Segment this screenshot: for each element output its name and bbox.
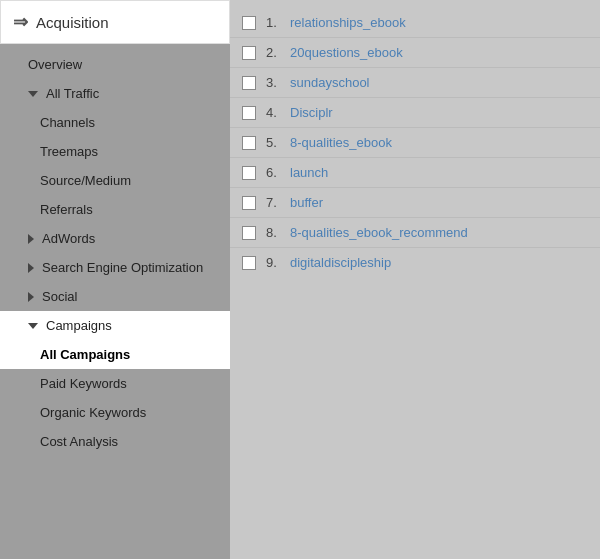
- row-link[interactable]: 8-qualities_ebook: [290, 135, 392, 150]
- table-row: 1.relationships_ebook: [230, 8, 600, 38]
- row-number: 7.: [266, 195, 290, 210]
- row-number: 1.: [266, 15, 290, 30]
- sidebar-item-treemaps[interactable]: Treemaps: [0, 137, 230, 166]
- row-checkbox[interactable]: [242, 16, 256, 30]
- table-row: 9.digitaldiscipleship: [230, 248, 600, 277]
- sidebar-item-paid-keywords[interactable]: Paid Keywords: [0, 369, 230, 398]
- sidebar-item-campaigns[interactable]: Campaigns: [0, 311, 230, 340]
- sidebar-item-overview[interactable]: Overview: [0, 50, 230, 79]
- sidebar-item-social-label: Social: [42, 289, 77, 304]
- sidebar-item-all-traffic-label: All Traffic: [46, 86, 99, 101]
- row-number: 9.: [266, 255, 290, 270]
- table-row: 3.sundayschool: [230, 68, 600, 98]
- row-number: 8.: [266, 225, 290, 240]
- row-checkbox[interactable]: [242, 226, 256, 240]
- table-row: 8.8-qualities_ebook_recommend: [230, 218, 600, 248]
- row-link[interactable]: sundayschool: [290, 75, 370, 90]
- sidebar-item-referrals-label: Referrals: [40, 202, 93, 217]
- sidebar-title: Acquisition: [36, 14, 109, 31]
- sidebar-item-channels-label: Channels: [40, 115, 95, 130]
- sidebar-item-overview-label: Overview: [28, 57, 82, 72]
- chevron-right-icon: [28, 292, 34, 302]
- sidebar-item-adwords-label: AdWords: [42, 231, 95, 246]
- table-row: 2.20questions_ebook: [230, 38, 600, 68]
- sidebar-item-seo[interactable]: Search Engine Optimization: [0, 253, 230, 282]
- row-checkbox[interactable]: [242, 76, 256, 90]
- row-checkbox[interactable]: [242, 256, 256, 270]
- row-link[interactable]: relationships_ebook: [290, 15, 406, 30]
- sidebar-item-all-campaigns[interactable]: All Campaigns: [0, 340, 230, 369]
- table-row: 5.8-qualities_ebook: [230, 128, 600, 158]
- chevron-down-icon: [28, 91, 38, 97]
- table-row: 6.launch: [230, 158, 600, 188]
- sidebar-header: ⇒ Acquisition: [0, 0, 230, 44]
- chevron-right-icon: [28, 263, 34, 273]
- row-checkbox[interactable]: [242, 136, 256, 150]
- row-link[interactable]: Disciplr: [290, 105, 333, 120]
- sidebar-item-cost-analysis-label: Cost Analysis: [40, 434, 118, 449]
- chevron-down-icon: [28, 323, 38, 329]
- sidebar-item-organic-keywords-label: Organic Keywords: [40, 405, 146, 420]
- table-row: 7.buffer: [230, 188, 600, 218]
- chevron-right-icon: [28, 234, 34, 244]
- row-number: 6.: [266, 165, 290, 180]
- sidebar-item-organic-keywords[interactable]: Organic Keywords: [0, 398, 230, 427]
- sidebar-item-social[interactable]: Social: [0, 282, 230, 311]
- row-checkbox[interactable]: [242, 196, 256, 210]
- list-area: 1.relationships_ebook2.20questions_ebook…: [230, 0, 600, 285]
- sidebar-item-all-traffic[interactable]: All Traffic: [0, 79, 230, 108]
- row-number: 4.: [266, 105, 290, 120]
- row-number: 2.: [266, 45, 290, 60]
- row-link[interactable]: launch: [290, 165, 328, 180]
- row-link[interactable]: 8-qualities_ebook_recommend: [290, 225, 468, 240]
- sidebar-item-all-campaigns-label: All Campaigns: [40, 347, 130, 362]
- row-link[interactable]: 20questions_ebook: [290, 45, 403, 60]
- sidebar-item-cost-analysis[interactable]: Cost Analysis: [0, 427, 230, 456]
- row-checkbox[interactable]: [242, 46, 256, 60]
- sidebar-item-referrals[interactable]: Referrals: [0, 195, 230, 224]
- row-link[interactable]: buffer: [290, 195, 323, 210]
- row-checkbox[interactable]: [242, 166, 256, 180]
- row-number: 5.: [266, 135, 290, 150]
- table-row: 4.Disciplr: [230, 98, 600, 128]
- row-link[interactable]: digitaldiscipleship: [290, 255, 391, 270]
- sidebar-nav: Overview All Traffic Channels Treemaps S…: [0, 44, 230, 559]
- sidebar-item-treemaps-label: Treemaps: [40, 144, 98, 159]
- sidebar-item-campaigns-label: Campaigns: [46, 318, 112, 333]
- sidebar-item-source-medium-label: Source/Medium: [40, 173, 131, 188]
- sidebar-item-adwords[interactable]: AdWords: [0, 224, 230, 253]
- acquisition-icon: ⇒: [13, 11, 28, 33]
- sidebar-item-seo-label: Search Engine Optimization: [42, 260, 203, 275]
- sidebar: ⇒ Acquisition Overview All Traffic Chann…: [0, 0, 230, 559]
- row-number: 3.: [266, 75, 290, 90]
- row-checkbox[interactable]: [242, 106, 256, 120]
- sidebar-item-source-medium[interactable]: Source/Medium: [0, 166, 230, 195]
- sidebar-item-paid-keywords-label: Paid Keywords: [40, 376, 127, 391]
- main-content: 1.relationships_ebook2.20questions_ebook…: [230, 0, 600, 559]
- sidebar-item-channels[interactable]: Channels: [0, 108, 230, 137]
